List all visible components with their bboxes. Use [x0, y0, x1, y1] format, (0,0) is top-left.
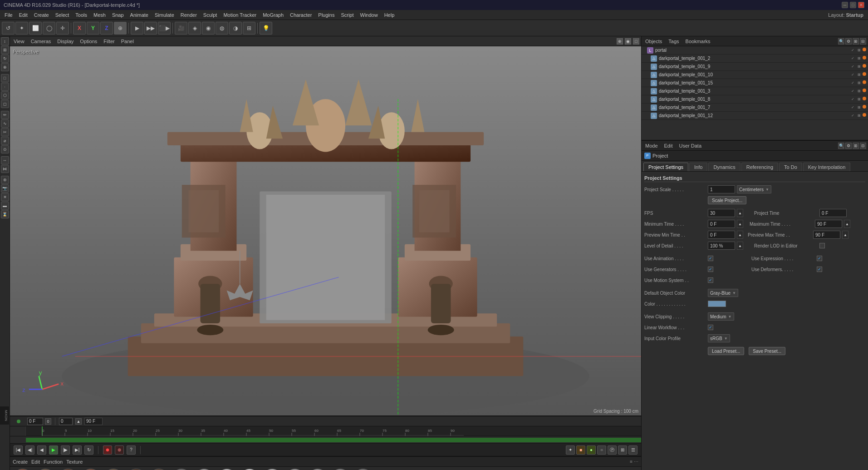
lt-camera[interactable]: 📷 — [1, 184, 9, 193]
viewport-toggle[interactable]: ⊞ — [243, 22, 255, 35]
obj-check-5[interactable]: ✓ — [850, 97, 855, 102]
transport-record[interactable]: ⏺ — [103, 445, 112, 455]
view-clipping-dropdown[interactable]: Medium ▼ — [708, 312, 734, 321]
use-generators-check[interactable] — [708, 267, 713, 272]
lt-magnet[interactable]: ⌀ — [1, 137, 9, 145]
obj-checker-portal[interactable]: ⊞ — [856, 48, 862, 53]
attr-tab-key-interp[interactable]: Key Interpolation — [803, 163, 851, 171]
obj-row-portal[interactable]: L portal ✓ ⊞ — [642, 46, 868, 54]
obj-check-portal[interactable]: ✓ — [850, 48, 855, 53]
obj-check-4[interactable]: ✓ — [850, 89, 855, 94]
lod-spinner[interactable]: ▲ — [737, 242, 743, 250]
menu-animate[interactable]: Animate — [128, 11, 151, 19]
lt-toggle[interactable]: ⊕ — [1, 63, 9, 71]
transport-autokey[interactable]: ⊛ — [115, 445, 124, 455]
obj-row-5[interactable]: △ darkportal_temple_001_8 ✓ ⊞ — [642, 95, 868, 104]
preview-min-input[interactable] — [708, 231, 735, 239]
minimize-button[interactable]: ─ — [842, 2, 848, 8]
fps-spinner[interactable]: ▲ — [737, 209, 743, 217]
obj-checker-7[interactable]: ⊞ — [856, 113, 862, 119]
mat-menu-function[interactable]: Function — [44, 459, 63, 465]
default-color-dropdown[interactable]: Gray-Blue ▼ — [708, 289, 738, 297]
lt-move[interactable]: ↕ — [1, 37, 9, 45]
menu-simulate[interactable]: Simulate — [152, 11, 177, 19]
lt-light[interactable]: ☀ — [1, 193, 9, 201]
transport-key-obj[interactable]: ? — [127, 445, 136, 455]
menu-motion-tracker[interactable]: Motion Tracker — [221, 11, 259, 19]
timeline-frame-num[interactable] — [59, 418, 73, 425]
render-region[interactable]: ▶ — [131, 22, 143, 35]
transport-play[interactable]: ▶ — [49, 445, 58, 455]
menu-snap[interactable]: Snap — [109, 11, 127, 19]
use-animation-check[interactable] — [708, 256, 713, 261]
obj-check-1[interactable]: ✓ — [850, 64, 855, 69]
obj-row-6[interactable]: △ darkportal_temple_001_7 ✓ ⊞ — [642, 104, 868, 112]
min-time-spinner[interactable]: ▲ — [737, 220, 743, 228]
menu-character[interactable]: Character — [287, 11, 314, 19]
timeline-spinner-up[interactable]: ▲ — [75, 418, 82, 425]
viewport-icon-1[interactable]: ⊕ — [617, 38, 623, 45]
obj-icon-expand[interactable]: ⊞ — [853, 38, 859, 45]
render-active[interactable]: ▶▶ — [144, 22, 157, 35]
toolbar-ring[interactable]: ◯ — [43, 22, 55, 35]
input-color-dropdown[interactable]: sRGB ▼ — [708, 334, 730, 342]
axis-y-button[interactable]: Y — [87, 22, 99, 35]
obj-check-7[interactable]: ✓ — [850, 113, 855, 119]
tab-view[interactable]: View — [12, 38, 26, 45]
transport-to-start[interactable]: |◀ — [14, 445, 23, 455]
menu-mesh[interactable]: Mesh — [91, 11, 108, 19]
tab-options[interactable]: Options — [78, 38, 99, 45]
obj-check-3[interactable]: ✓ — [850, 80, 855, 86]
mat-menu-create[interactable]: Create — [13, 459, 28, 465]
lt-knife[interactable]: ✂ — [1, 128, 9, 136]
menu-script[interactable]: Script — [338, 11, 356, 19]
lt-timeline[interactable]: ⌛ — [1, 210, 9, 218]
obj-checker-2[interactable]: ⊞ — [856, 72, 862, 78]
obj-row-1[interactable]: △ darkportal_temple_001_9 ✓ ⊞ — [642, 63, 868, 71]
preview-max-spinner[interactable]: ▲ — [842, 231, 848, 239]
mat-menu-texture[interactable]: Texture — [66, 459, 83, 465]
menu-render[interactable]: Render — [178, 11, 200, 19]
obj-checker-1[interactable]: ⊞ — [856, 64, 862, 69]
render-all[interactable]: ⬛▶ — [158, 22, 171, 35]
viewport-gouraud[interactable]: ◍ — [216, 22, 228, 35]
project-time-input[interactable] — [819, 209, 847, 217]
lt-scale[interactable]: ⊞ — [1, 46, 9, 54]
transport-prev-key[interactable]: ◀| — [25, 445, 34, 455]
lt-spline[interactable]: ∿ — [1, 119, 9, 128]
max-time-spinner[interactable]: ▲ — [844, 220, 850, 228]
load-preset-button[interactable]: Load Preset... — [708, 347, 744, 355]
menu-sculpt[interactable]: Sculpt — [201, 11, 220, 19]
mat-icon-2[interactable]: ⋯ — [634, 459, 638, 464]
undo-button[interactable]: ↺ — [2, 22, 15, 35]
project-scale-input[interactable] — [708, 185, 735, 193]
preview-max-input[interactable] — [813, 231, 840, 239]
obj-checker-5[interactable]: ⊞ — [856, 97, 862, 102]
tab-cameras[interactable]: Cameras — [29, 38, 53, 45]
obj-checker-3[interactable]: ⊞ — [856, 80, 862, 86]
attr-icon-4[interactable]: ⊟ — [860, 143, 866, 149]
obj-toolbar-tags[interactable]: Tags — [667, 38, 681, 45]
attr-tab-referencing[interactable]: Referencing — [741, 163, 778, 171]
color-swatch[interactable] — [708, 301, 726, 307]
tab-display[interactable]: Display — [55, 38, 75, 45]
transport-icon-1[interactable]: ✦ — [566, 445, 575, 455]
use-motion-check[interactable] — [708, 277, 713, 283]
transport-to-end[interactable]: ▶| — [73, 445, 82, 455]
viewport-icon-3[interactable]: □ — [633, 38, 639, 45]
save-preset-button[interactable]: Save Preset... — [749, 347, 785, 355]
timeline-current-frame-input[interactable] — [27, 418, 43, 425]
use-expression-check[interactable] — [817, 256, 822, 261]
project-scale-unit-dropdown[interactable]: Centimeters ▼ — [737, 185, 771, 193]
lt-obj-edge[interactable]: ⬡ — [1, 91, 9, 99]
min-time-input[interactable] — [708, 220, 735, 228]
toolbar-box-select[interactable]: ⬜ — [29, 22, 42, 35]
lt-brush[interactable]: ⊙ — [1, 145, 9, 153]
camera-perspective[interactable]: 🎥 — [175, 22, 187, 35]
lt-obj-poly[interactable]: ◻ — [1, 100, 9, 108]
light-button[interactable]: 💡 — [260, 22, 272, 35]
scale-project-button[interactable]: Scale Project... — [708, 196, 746, 204]
attr-menu-userdata[interactable]: User Data — [677, 143, 704, 149]
obj-toolbar-bookmarks[interactable]: Bookmarks — [684, 38, 712, 45]
attr-tab-todo[interactable]: To Do — [779, 163, 802, 171]
